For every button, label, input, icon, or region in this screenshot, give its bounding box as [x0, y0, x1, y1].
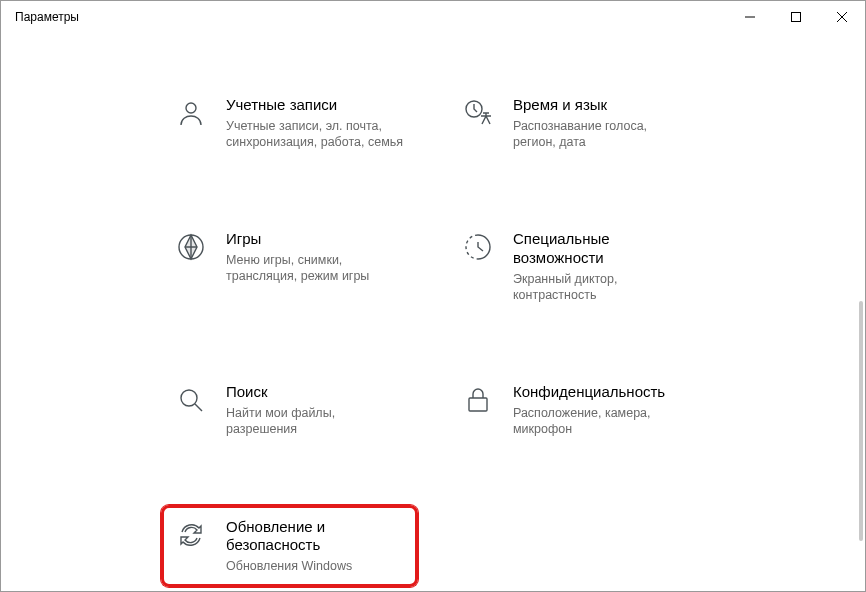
tile-desc: Меню игры, снимки, трансляция, режим игр… [226, 252, 405, 285]
minimize-icon [745, 12, 755, 22]
tile-update-security[interactable]: Обновление и безопасность Обновления Win… [161, 505, 418, 588]
scrollbar[interactable] [859, 301, 863, 541]
tile-accounts[interactable]: Учетные записи Учетные записи, эл. почта… [161, 83, 418, 163]
gaming-icon [174, 230, 208, 262]
tile-desc: Обновления Windows [226, 558, 405, 574]
time-language-icon [461, 96, 495, 128]
tile-desc: Расположение, камера, микрофон [513, 405, 692, 438]
tile-ease-of-access[interactable]: Специальные возможности Экранный диктор,… [448, 217, 705, 316]
svg-point-4 [186, 103, 196, 113]
maximize-button[interactable] [773, 1, 819, 33]
window-title: Параметры [15, 10, 79, 24]
tile-privacy[interactable]: Конфиденциальность Расположение, камера,… [448, 370, 705, 450]
svg-rect-9 [469, 398, 487, 411]
tile-title: Игры [226, 230, 405, 249]
tile-desc: Экранный диктор, контрастность [513, 271, 692, 304]
update-icon [174, 518, 208, 550]
tile-title: Обновление и безопасность [226, 518, 405, 556]
svg-point-7 [181, 390, 197, 406]
accounts-icon [174, 96, 208, 128]
settings-grid-area: Учетные записи Учетные записи, эл. почта… [1, 33, 865, 592]
svg-line-8 [195, 404, 202, 411]
svg-rect-1 [792, 13, 801, 22]
tile-desc: Учетные записи, эл. почта, синхронизация… [226, 118, 405, 151]
tile-title: Учетные записи [226, 96, 405, 115]
tile-title: Конфиденциальность [513, 383, 692, 402]
tile-gaming[interactable]: Игры Меню игры, снимки, трансляция, режи… [161, 217, 418, 316]
tile-title: Время и язык [513, 96, 692, 115]
tile-desc: Найти мои файлы, разрешения [226, 405, 405, 438]
ease-of-access-icon [461, 230, 495, 262]
tile-desc: Распознавание голоса, регион, дата [513, 118, 692, 151]
privacy-icon [461, 383, 495, 415]
tile-search[interactable]: Поиск Найти мои файлы, разрешения [161, 370, 418, 450]
search-icon [174, 383, 208, 415]
tile-title: Поиск [226, 383, 405, 402]
maximize-icon [791, 12, 801, 22]
close-icon [837, 12, 847, 22]
tile-title: Специальные возможности [513, 230, 692, 268]
close-button[interactable] [819, 1, 865, 33]
window-controls [727, 1, 865, 33]
minimize-button[interactable] [727, 1, 773, 33]
tile-time-language[interactable]: Время и язык Распознавание голоса, регио… [448, 83, 705, 163]
